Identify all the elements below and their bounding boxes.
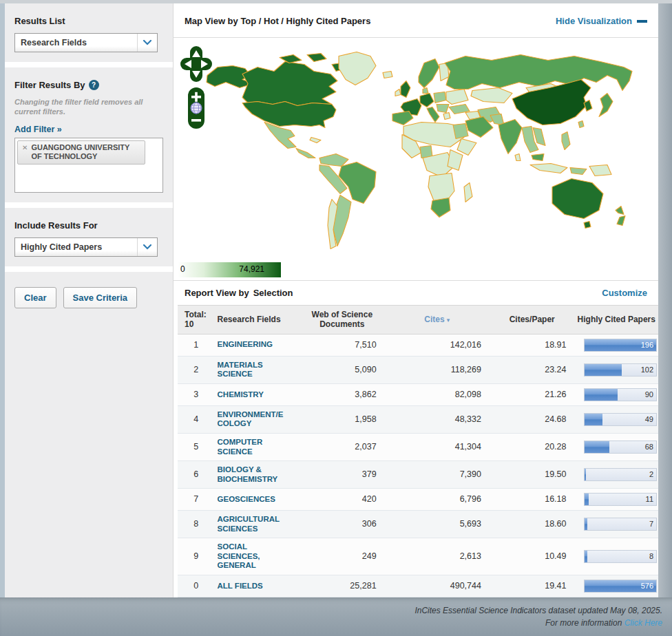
footer-more-info: For more information Click Here (545, 617, 662, 629)
row-bar-fill (585, 389, 618, 401)
world-map[interactable] (176, 39, 651, 271)
map-asia[interactable] (445, 55, 632, 176)
row-bar-fill (585, 551, 587, 562)
row-cites: 490,744 (385, 575, 490, 597)
table-row: 5 COMPUTER SCIENCE 2,037 41,304 20.28 68 (178, 433, 658, 460)
row-field-link[interactable]: AGRICULTURAL SCIENCES (218, 515, 289, 533)
results-list-select[interactable]: Research Fields (14, 33, 158, 52)
row-cites: 6,796 (385, 489, 490, 511)
highly-cited-bar: 68 (584, 441, 657, 454)
table-row: 7 GEOSCIENCES 420 6,796 16.18 11 (178, 489, 658, 511)
row-docs: 5,090 (300, 356, 385, 383)
row-field-link[interactable]: ENGINEERING (218, 340, 289, 350)
row-bar-value: 7 (649, 520, 653, 529)
results-list-title: Results List (14, 16, 163, 26)
hide-visualization-label: Hide Visualization (556, 16, 632, 26)
map-south-america[interactable] (319, 154, 376, 249)
row-field-link[interactable]: ALL FIELDS (218, 582, 289, 591)
row-cpp: 19.41 (490, 575, 575, 597)
active-filters-box: ✕ GUANGDONG UNIVERSITY OF TECHNOLOGY (14, 138, 163, 193)
report-view-title: Report View bySelection (185, 288, 293, 298)
map-controls (180, 46, 212, 129)
row-docs: 7,510 (300, 334, 385, 356)
column-header-cites[interactable]: Cites▾ (385, 305, 490, 334)
row-bar-value: 102 (641, 365, 653, 374)
main-panel: Map View by Top / Hot / Highly Cited Pap… (173, 3, 658, 597)
highly-cited-bar: 90 (584, 388, 657, 401)
column-header-wos-documents[interactable]: Web of Science Documents (300, 305, 385, 334)
row-cites: 7,390 (385, 461, 490, 489)
map-oceania[interactable] (552, 179, 625, 229)
zoom-globe-icon (191, 103, 202, 114)
include-results-select[interactable]: Highly Cited Papers (14, 237, 158, 257)
row-cpp: 18.91 (490, 334, 575, 356)
row-field-link[interactable]: BIOLOGY & BIOCHEMISTRY (218, 465, 289, 484)
row-cpp: 21.26 (490, 383, 575, 405)
table-row: 0 ALL FIELDS 25,281 490,744 19.41 576 (178, 575, 658, 597)
table-row: 2 MATERIALS SCIENCE 5,090 118,269 23.24 … (178, 356, 658, 383)
customize-link[interactable]: Customize (602, 288, 647, 298)
row-cpp: 23.24 (490, 356, 575, 383)
row-cites: 5,693 (385, 511, 490, 538)
row-docs: 249 (300, 538, 385, 575)
add-filter-link[interactable]: Add Filter » (14, 125, 62, 134)
row-bar-value: 68 (645, 443, 653, 452)
table-row: 1 ENGINEERING 7,510 142,016 18.91 196 (178, 334, 658, 356)
row-bar-value: 90 (645, 390, 653, 399)
cites-sort-label[interactable]: Cites (424, 315, 444, 324)
table-row: 4 ENVIRONMENT/ECOLOGY 1,958 48,332 24.68… (178, 405, 658, 433)
row-field-link[interactable]: ENVIRONMENT/ECOLOGY (218, 410, 289, 429)
column-header-research-fields[interactable]: Research Fields (215, 305, 300, 334)
map-zoom-control[interactable] (188, 87, 204, 129)
highly-cited-bar: 7 (584, 518, 657, 531)
row-bar-fill (585, 469, 586, 480)
map-pan-control[interactable] (180, 46, 212, 82)
row-rank: 3 (178, 383, 215, 405)
row-field-link[interactable]: COMPUTER SCIENCE (218, 438, 289, 456)
hide-visualization-link[interactable]: Hide Visualization (556, 16, 647, 26)
filter-title: Filter Results By? (14, 80, 163, 90)
window-right-strip (658, 3, 672, 597)
zoom-out-icon (191, 119, 201, 122)
save-criteria-button[interactable]: Save Criteria (63, 287, 138, 308)
report-table-header-row: Total: 10 Research Fields Web of Science… (178, 305, 658, 334)
click-here-link[interactable]: Click Here (624, 618, 662, 628)
row-field-link[interactable]: SOCIAL SCIENCES, GENERAL (218, 542, 289, 571)
footer-dataset-note: InCites Essential Science Indicators dat… (414, 604, 662, 617)
row-bar-value: 11 (646, 495, 653, 504)
column-header-highly-cited[interactable]: Highly Cited Papers (574, 305, 658, 334)
row-cpp: 19.50 (490, 461, 575, 489)
column-header-cites-per-paper[interactable]: Cites/Paper (490, 305, 575, 334)
map-north-america[interactable] (207, 52, 376, 158)
filter-tag[interactable]: ✕ GUANGDONG UNIVERSITY OF TECHNOLOGY (17, 140, 145, 165)
report-table: Total: 10 Research Fields Web of Science… (178, 305, 658, 597)
row-cpp: 24.68 (490, 405, 575, 433)
row-field-link[interactable]: CHEMISTRY (218, 390, 289, 400)
include-results-selected-value: Highly Cited Papers (15, 238, 137, 256)
remove-filter-icon[interactable]: ✕ (22, 143, 28, 152)
row-cpp: 10.49 (490, 538, 575, 575)
row-field-link[interactable]: MATERIALS SCIENCE (218, 361, 289, 379)
row-docs: 1,958 (300, 405, 385, 433)
table-row: 3 CHEMISTRY 3,862 82,098 21.26 90 (178, 383, 658, 405)
include-results-title: Include Results For (14, 220, 163, 231)
window-left-strip (0, 3, 5, 597)
row-cpp: 18.60 (490, 511, 575, 538)
row-cites: 118,269 (385, 356, 490, 383)
results-list-section: Results List Research Fields (5, 3, 173, 62)
total-header: Total: 10 (178, 305, 215, 334)
help-icon[interactable]: ? (89, 80, 99, 90)
table-row: 9 SOCIAL SCIENCES, GENERAL 249 2,613 10.… (178, 538, 658, 575)
map-view-title: Map View by Top / Hot / Highly Cited Pap… (185, 16, 370, 26)
total-label: Total: (185, 310, 212, 319)
highly-cited-bar: 102 (584, 363, 657, 377)
map-africa[interactable] (402, 123, 476, 218)
row-bar-value: 2 (649, 470, 653, 479)
row-field-link[interactable]: GEOSCIENCES (218, 495, 289, 505)
table-row: 6 BIOLOGY & BIOCHEMISTRY 379 7,390 19.50… (178, 461, 658, 489)
highly-cited-bar: 576 (584, 580, 657, 593)
clear-button[interactable]: Clear (14, 287, 56, 308)
highly-cited-bar: 49 (584, 413, 657, 426)
chevron-down-icon (137, 238, 157, 256)
row-rank: 5 (178, 433, 215, 460)
